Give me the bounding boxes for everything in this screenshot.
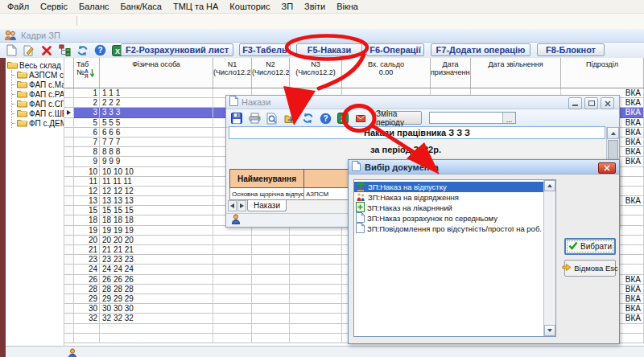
column-header-saldo[interactable]: Вх. сальдо 0.00 bbox=[342, 58, 431, 88]
tree-connector bbox=[12, 75, 15, 76]
toolbar-button-f5[interactable]: F5-Накази bbox=[296, 43, 362, 56]
cell-n3 bbox=[290, 294, 342, 304]
tab-next-button[interactable] bbox=[237, 200, 246, 211]
column-header-n3[interactable]: N3 (Число12.2) bbox=[290, 58, 342, 88]
tree-connector bbox=[12, 113, 15, 114]
print-icon[interactable] bbox=[248, 112, 261, 125]
column-header-unit[interactable]: Підрозділ bbox=[561, 58, 644, 88]
toolbar-button-f7[interactable]: F7-Додати операцію bbox=[431, 43, 530, 56]
close-icon bbox=[604, 165, 610, 171]
cell-tab: 5 bbox=[74, 118, 100, 128]
tree-item[interactable]: АЗПСМ с. bbox=[12, 70, 64, 80]
minimize-button[interactable] bbox=[568, 97, 582, 109]
delete-icon[interactable] bbox=[40, 44, 53, 57]
column-header-n1[interactable]: N1 (Число12.2) bbox=[213, 58, 252, 88]
column-header-n2[interactable]: N2 (Число12.2) bbox=[252, 58, 290, 88]
mail-icon[interactable] bbox=[354, 112, 367, 125]
cell-name: 11 11 11 bbox=[100, 177, 213, 187]
export-icon[interactable] bbox=[283, 112, 296, 125]
document-list-item[interactable]: ЗП:Наказ на відрядження bbox=[354, 192, 555, 203]
cell-gutter bbox=[64, 314, 74, 323]
tree-root-item[interactable]: Весь склад bbox=[7, 60, 64, 70]
excel-icon[interactable]: X bbox=[336, 112, 349, 125]
save-icon[interactable] bbox=[230, 112, 243, 125]
tree-item[interactable]: ФАП с.РА bbox=[12, 89, 64, 99]
toolbar-button-f2[interactable]: F2-Розрахунковий лист bbox=[121, 43, 233, 56]
tree-item[interactable]: ФАП с.ШЕ bbox=[12, 109, 64, 118]
new-document-icon[interactable] bbox=[5, 44, 18, 57]
menu-item[interactable]: Банк/Каса bbox=[114, 1, 167, 12]
tree-item[interactable]: ФП с.ДЕМ bbox=[12, 118, 64, 128]
cell-tab: 7 bbox=[74, 137, 100, 147]
cell-name: 20 20 20 bbox=[100, 236, 213, 245]
column-header-name[interactable]: Фізична особа bbox=[100, 58, 213, 88]
cell-tab: 11 bbox=[74, 177, 100, 187]
menu-item[interactable]: Звіти bbox=[299, 1, 331, 12]
tab-orders[interactable]: Накази bbox=[247, 200, 287, 211]
tree-connector bbox=[12, 94, 15, 95]
column-header-tab[interactable]: Таб №АЯ bbox=[74, 58, 100, 88]
svg-text:X: X bbox=[341, 115, 345, 123]
cell-n1 bbox=[213, 314, 252, 323]
document-list-item-label: ЗП:Наказ розрахунок по середньому bbox=[367, 214, 497, 223]
tree-item[interactable]: ФАП с.СГ bbox=[12, 99, 64, 109]
menu-item[interactable]: Кошторис bbox=[224, 1, 275, 12]
cell-name: 2 2 2 bbox=[100, 98, 213, 108]
orders-window-titlebar[interactable]: Накази bbox=[226, 96, 619, 109]
cell-n2 bbox=[252, 255, 290, 265]
svg-text:?: ? bbox=[323, 114, 328, 123]
tab-prev-button[interactable] bbox=[228, 200, 237, 211]
cell-name: 8 8 8 bbox=[100, 147, 213, 157]
edit-icon[interactable] bbox=[23, 44, 35, 57]
menu-item[interactable]: Вікна bbox=[331, 1, 364, 12]
cell-name: 19 19 19 bbox=[100, 226, 213, 236]
toolbar-button-f3[interactable]: F3-Табель bbox=[239, 43, 291, 56]
dialog-close-button[interactable] bbox=[598, 162, 616, 174]
column-header-appoint[interactable]: Дата призначення bbox=[431, 58, 471, 88]
menu-item[interactable]: ТМЦ та НА bbox=[167, 1, 224, 12]
structure-icon[interactable] bbox=[58, 44, 71, 57]
scroll-up-button[interactable] bbox=[607, 127, 619, 139]
change-period-button[interactable]: Зміна періоду bbox=[375, 111, 422, 125]
combobox-more-button[interactable]: ... bbox=[502, 113, 515, 123]
alphabet-sort-icon[interactable]: АЯ bbox=[85, 68, 95, 80]
scroll-up-button[interactable] bbox=[544, 180, 555, 191]
menu-item[interactable]: Файл bbox=[2, 1, 35, 12]
tree-item[interactable]: ФАП с.Ма bbox=[12, 80, 64, 89]
cell-gutter bbox=[64, 118, 74, 128]
list-scrollbar[interactable] bbox=[543, 180, 555, 336]
document-list-item[interactable]: ЗП:Повідомлення про відсутність/простої … bbox=[354, 224, 555, 234]
dialog-title: Вибір документа bbox=[365, 162, 439, 172]
tree-item-label: АЗПСМ с. bbox=[29, 71, 64, 80]
toolbar-button-f8[interactable]: F8-Блокнот bbox=[537, 43, 605, 56]
column-header-gutter[interactable] bbox=[64, 58, 74, 88]
column-header-dismiss[interactable]: Дата звільнення bbox=[471, 58, 561, 88]
refresh-icon[interactable] bbox=[76, 44, 89, 57]
document-list-item[interactable]: ЗП:Наказ на відпустку bbox=[354, 182, 555, 192]
preview-icon[interactable] bbox=[266, 112, 279, 125]
cell-n3 bbox=[290, 334, 342, 343]
menu-item[interactable]: Сервіс bbox=[35, 1, 73, 12]
cancel-button[interactable]: Відмова Esc bbox=[564, 260, 616, 277]
column-header-label: N2 (Число12.2) bbox=[252, 60, 290, 76]
menu-item[interactable]: Баланс bbox=[73, 1, 114, 12]
cell-gutter bbox=[64, 177, 74, 187]
cell-name: 15 15 15 bbox=[100, 206, 213, 215]
tree-item-label: ФАП с.РА bbox=[29, 90, 64, 99]
help-icon[interactable]: ? bbox=[319, 112, 332, 125]
select-button[interactable]: Вибрати bbox=[564, 238, 616, 255]
maximize-button[interactable] bbox=[584, 97, 598, 109]
period-combobox[interactable]: ... bbox=[429, 112, 516, 124]
document-list-item[interactable]: ЗП:Наказ на лікарняний bbox=[354, 203, 555, 213]
help-icon[interactable]: ? bbox=[93, 44, 106, 57]
cell-gutter bbox=[64, 147, 74, 157]
scroll-down-button[interactable] bbox=[544, 325, 555, 336]
toolbar-button-f6[interactable]: F6-Операції bbox=[366, 43, 424, 56]
close-button[interactable] bbox=[601, 97, 614, 109]
refresh-icon[interactable] bbox=[301, 112, 314, 125]
cell-n2 bbox=[252, 314, 290, 323]
orders-table-cell[interactable]: Основна щорічна відпустка bbox=[229, 188, 304, 200]
document-list-item[interactable]: ЗП:Наказ розрахунок по середньому bbox=[354, 213, 555, 224]
dialog-titlebar[interactable]: Вибір документа bbox=[349, 160, 619, 174]
menu-item[interactable]: ЗП bbox=[276, 1, 299, 12]
